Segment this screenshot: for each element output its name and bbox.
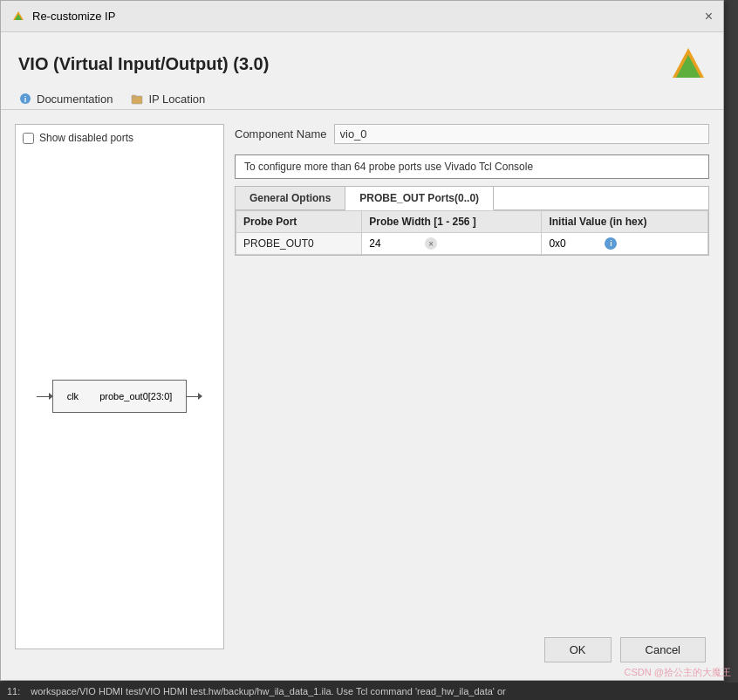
- title-bar: Re-customize IP ×: [1, 1, 723, 32]
- probe-width-input-cell: ×: [369, 237, 534, 250]
- svg-text:i: i: [24, 95, 27, 104]
- main-content: Show disabled ports clk probe_out0[23:0]: [1, 117, 723, 656]
- status-text: workspace/VIO HDMI test/VIO HDMI test.hw…: [31, 686, 505, 697]
- clk-port-label: clk: [67, 391, 79, 401]
- dialog-header: VIO (Virtual Input/Output) (3.0): [1, 32, 723, 88]
- cancel-button[interactable]: Cancel: [620, 637, 706, 662]
- col-initial-value: Initial Value (in hex): [542, 211, 708, 233]
- initial-value-cell: i: [542, 233, 708, 255]
- initial-value-input-cell: i: [549, 237, 700, 250]
- probe-port-cell: PROBE_OUT0: [236, 233, 362, 255]
- nav-documentation[interactable]: i Documentation: [18, 92, 113, 106]
- status-line-number: 11:: [7, 686, 20, 697]
- info-icon[interactable]: i: [605, 237, 617, 250]
- vivado-logo: [671, 46, 706, 81]
- info-banner: To configure more than 64 probe ports us…: [235, 154, 709, 179]
- title-bar-text: Re-customize IP: [32, 10, 115, 23]
- probe-width-cell: ×: [362, 233, 542, 255]
- probe-out-port-label: probe_out0[23:0]: [99, 391, 172, 401]
- title-bar-left: Re-customize IP: [11, 10, 115, 24]
- col-probe-port: Probe Port: [236, 211, 362, 233]
- col-probe-width: Probe Width [1 - 256 ]: [362, 211, 542, 233]
- tab-probe-out-ports[interactable]: PROBE_OUT Ports(0..0): [345, 187, 494, 210]
- clear-icon[interactable]: ×: [425, 237, 437, 250]
- dialog-footer: OK Cancel: [544, 637, 706, 662]
- tabs-container: General Options PROBE_OUT Ports(0..0) Pr…: [235, 186, 709, 256]
- ok-button[interactable]: OK: [544, 637, 612, 662]
- initial-value-input[interactable]: [549, 237, 601, 250]
- show-disabled-ports-label: Show disabled ports: [39, 132, 133, 144]
- tab-headers: General Options PROBE_OUT Ports(0..0): [236, 187, 708, 210]
- probe-table: Probe Port Probe Width [1 - 256 ] Initia…: [236, 210, 708, 255]
- probe-table-container: Probe Port Probe Width [1 - 256 ] Initia…: [236, 210, 708, 255]
- left-panel: Show disabled ports clk probe_out0[23:0]: [15, 124, 224, 649]
- nav-ip-location-label: IP Location: [148, 93, 205, 106]
- nav-ip-location[interactable]: IP Location: [130, 92, 205, 106]
- app-icon: [11, 10, 25, 24]
- info-circle-icon: i: [18, 92, 32, 106]
- right-panel: Component Name To configure more than 64…: [235, 124, 709, 649]
- component-name-row: Component Name: [235, 124, 709, 144]
- table-row: PROBE_OUT0 ×: [236, 233, 708, 255]
- component-diagram: clk probe_out0[23:0]: [23, 151, 216, 642]
- folder-icon: [130, 92, 144, 106]
- show-disabled-ports-checkbox[interactable]: [23, 133, 34, 144]
- dialog: Re-customize IP × VIO (Virtual Input/Out…: [0, 0, 724, 681]
- tab-general-options[interactable]: General Options: [236, 187, 345, 209]
- component-name-input[interactable]: [334, 124, 710, 144]
- close-button[interactable]: ×: [705, 10, 713, 24]
- nav-documentation-label: Documentation: [37, 93, 113, 106]
- nav-bar: i Documentation IP Location: [1, 88, 723, 110]
- component-name-label: Component Name: [235, 127, 327, 141]
- dialog-title: VIO (Virtual Input/Output) (3.0): [18, 54, 269, 74]
- svg-rect-7: [132, 95, 136, 98]
- show-disabled-ports-row: Show disabled ports: [23, 132, 216, 144]
- watermark: CSDN @拾公主的大魔王: [618, 664, 738, 681]
- info-banner-text: To configure more than 64 probe ports us…: [244, 161, 533, 173]
- status-bar: 11: workspace/VIO HDMI test/VIO HDMI tes…: [0, 683, 738, 700]
- vio-block: clk probe_out0[23:0]: [52, 380, 188, 413]
- table-header-row: Probe Port Probe Width [1 - 256 ] Initia…: [236, 211, 708, 233]
- probe-width-input[interactable]: [369, 237, 421, 250]
